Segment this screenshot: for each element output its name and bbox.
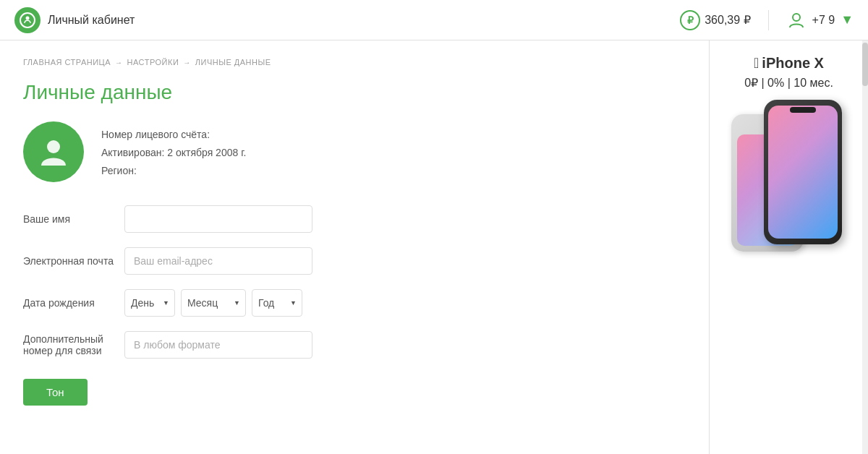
chevron-down-icon[interactable]: ▼ — [841, 12, 854, 27]
logo-icon — [14, 7, 41, 33]
breadcrumb-arrow-2: → — [183, 59, 191, 67]
email-input[interactable] — [124, 247, 312, 275]
account-area[interactable]: +7 9 ▼ — [768, 10, 854, 30]
phone-input[interactable] — [124, 331, 312, 359]
main-layout: ГЛАВНАЯ СТРАНИЦА → НАСТРОЙКИ → ЛИЧНЫЕ ДА… — [0, 40, 868, 454]
breadcrumb-settings[interactable]: НАСТРОЙКИ — [127, 58, 179, 67]
scrollbar-track[interactable] — [862, 40, 868, 454]
iphone-front — [764, 100, 842, 244]
month-select-wrapper: Месяц — [181, 289, 246, 317]
birthdate-row: Дата рождения День Месяц Год — [23, 289, 457, 317]
name-input[interactable] — [124, 205, 312, 233]
email-label: Электронная почта — [23, 255, 124, 267]
page-title: Личные данные — [23, 81, 686, 104]
header-left: Личный кабинет — [14, 7, 135, 33]
name-row: Ваше имя — [23, 205, 457, 233]
ad-subtitle: 0₽ | 0% | 10 мес. — [721, 76, 856, 90]
sidebar-ad:  iPhone X 0₽ | 0% | 10 мес. — [709, 40, 868, 454]
header: Личный кабинет ₽ 360,39 ₽ +7 9 ▼ — [0, 0, 868, 40]
ad-image[interactable] — [721, 100, 856, 259]
breadcrumb-home[interactable]: ГЛАВНАЯ СТРАНИЦА — [23, 58, 111, 67]
breadcrumb-arrow-1: → — [115, 59, 123, 67]
ad-logo:  iPhone X — [721, 55, 856, 72]
iphone-notch — [790, 107, 816, 113]
year-select-wrapper: Год — [252, 289, 302, 317]
iphone-title: iPhone X — [762, 55, 824, 72]
day-select[interactable]: День — [124, 289, 175, 317]
header-right: ₽ 360,39 ₽ +7 9 ▼ — [680, 10, 854, 30]
submit-button[interactable]: Тон — [23, 379, 88, 406]
form-section: Ваше имя Электронная почта Дата рождения… — [23, 205, 457, 406]
svg-point-3 — [47, 140, 60, 153]
svg-point-1 — [26, 16, 30, 20]
person-icon — [786, 10, 807, 30]
profile-section: Номер лицевого счёта: Активирован: 2 окт… — [23, 121, 686, 182]
day-select-wrapper: День — [124, 289, 175, 317]
balance-amount: 360,39 ₽ — [705, 13, 750, 27]
iphone-front-screen — [768, 106, 838, 239]
iphone-illustration — [731, 100, 847, 259]
phone-row: Дополнительный номер для связи — [23, 331, 457, 359]
scrollbar-thumb[interactable] — [862, 43, 868, 86]
region: Регион: — [101, 163, 246, 179]
breadcrumb-personal: ЛИЧНЫЕ ДАННЫЕ — [195, 58, 271, 67]
ruble-icon: ₽ — [680, 10, 700, 30]
phone-number: +7 9 — [812, 14, 835, 27]
content-area: ГЛАВНАЯ СТРАНИЦА → НАСТРОЙКИ → ЛИЧНЫЕ ДА… — [0, 40, 709, 454]
balance-area[interactable]: ₽ 360,39 ₽ — [680, 10, 750, 30]
email-row: Электронная почта — [23, 247, 457, 275]
logo-text: Личный кабинет — [48, 14, 135, 27]
avatar — [23, 121, 84, 182]
name-label: Ваше имя — [23, 213, 124, 225]
year-select[interactable]: Год — [252, 289, 302, 317]
activation-date: Активирован: 2 октября 2008 г. — [101, 145, 246, 160]
profile-info: Номер лицевого счёта: Активирован: 2 окт… — [101, 121, 246, 181]
breadcrumb: ГЛАВНАЯ СТРАНИЦА → НАСТРОЙКИ → ЛИЧНЫЕ ДА… — [23, 58, 686, 67]
phone-label: Дополнительный номер для связи — [23, 333, 124, 356]
svg-point-2 — [793, 14, 800, 21]
birthdate-label: Дата рождения — [23, 297, 124, 309]
apple-icon:  — [754, 55, 759, 72]
date-selects: День Месяц Год — [124, 289, 302, 317]
account-number: Номер лицевого счёта: — [101, 127, 246, 142]
month-select[interactable]: Месяц — [181, 289, 246, 317]
